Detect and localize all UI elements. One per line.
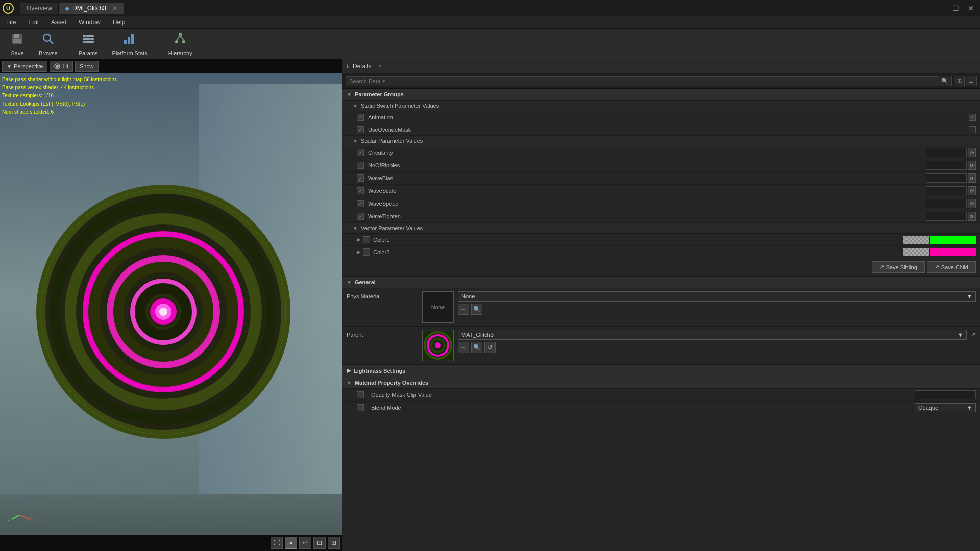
blend-mode-dropdown[interactable]: Opaque ▼ [915, 403, 976, 412]
wavebias-spin[interactable]: ⟳ [968, 173, 976, 183]
color1-expand[interactable]: ▶ [357, 237, 361, 242]
toolbar: Save Browse Params [0, 29, 980, 59]
opacity-mask-checkbox[interactable] [357, 391, 364, 398]
grid-view-icon[interactable]: ⊞ [954, 76, 965, 86]
wavebias-input[interactable]: 0.1 [926, 173, 967, 183]
tab-overview[interactable]: Overview [20, 3, 59, 14]
static-switch-section[interactable]: ▼ Static Switch Parameter Values [342, 101, 980, 111]
useoveridemask-checkbox[interactable]: ✓ [357, 126, 364, 133]
wavespeed-label: WaveSpeed [368, 201, 926, 207]
minimize-btn[interactable]: — [933, 1, 947, 15]
tab-dmi-glitch3[interactable]: ◆ DMI_Glitch3 ✕ [59, 3, 124, 14]
viewport-btn-5[interactable]: ⊞ [328, 537, 340, 549]
noofripples-input[interactable]: 3.0 [926, 161, 967, 170]
noofripples-spin[interactable]: ⟳ [968, 161, 976, 170]
search-input[interactable] [346, 76, 938, 86]
parent-search-btn[interactable]: 🔍 [471, 342, 482, 353]
wavetighten-spin[interactable]: ⟳ [968, 212, 976, 221]
params-icon [81, 32, 95, 49]
details-close-icon[interactable]: — [970, 63, 976, 69]
phys-arrow-btn[interactable]: ← [458, 304, 469, 315]
perspective-dropdown[interactable]: ▼ Perspective [2, 61, 47, 72]
phys-material-thumbnail: None [422, 291, 454, 323]
platform-stats-button[interactable]: Platform Stats [106, 30, 154, 58]
wavescale-spin[interactable]: ⟳ [968, 186, 976, 195]
color1-value[interactable] [903, 236, 976, 244]
parent-link-icon: ↗ [971, 331, 976, 338]
save-button[interactable]: Save [4, 30, 31, 58]
blend-mode-row: Blend Mode Opaque ▼ [342, 402, 980, 414]
animation-checkbox[interactable]: ✓ [357, 114, 364, 121]
circularity-spin[interactable]: ⟳ [968, 148, 976, 157]
browse-button[interactable]: Browse [33, 30, 64, 58]
info-line-5: Num shaders added: 6 [2, 108, 117, 116]
color2-expand[interactable]: ▶ [357, 249, 361, 255]
opacity-mask-input[interactable]: 0.3333 [915, 390, 976, 399]
scalar-section[interactable]: ▼ Scalar Parameter Values [342, 136, 980, 146]
viewport-info: Base pass shader without light map 56 in… [2, 76, 117, 116]
phys-search-btn[interactable]: 🔍 [471, 304, 482, 315]
parent-arrow-btn[interactable]: ← [458, 342, 469, 353]
params-button[interactable]: Params [72, 30, 104, 58]
viewport-btn-1[interactable]: ⛶ [271, 537, 283, 549]
param-color1: ▶ Color1 [342, 234, 980, 246]
parent-dropdown[interactable]: MAT_Glitch3 ▼ [458, 330, 967, 340]
wavetighten-input[interactable]: 5.0 [926, 212, 967, 221]
lit-dropdown[interactable]: Lit [50, 61, 73, 72]
param-circularity: ✓ Circularity 2.0 ⟳ [342, 146, 980, 159]
search-icon[interactable]: 🔍 [938, 76, 952, 86]
wavespeed-input[interactable]: 0.5 [926, 199, 967, 208]
tab-close-icon[interactable]: ✕ [112, 5, 117, 12]
svg-point-11 [89, 38, 91, 40]
useoveridemask-value-checkbox[interactable] [969, 126, 976, 133]
phys-material-controls: None ▼ ← 🔍 [458, 291, 976, 315]
wavescale-input[interactable]: 1.0 [926, 186, 967, 195]
lightmass-section[interactable]: ▶ Lightmass Settings [342, 365, 980, 377]
wavespeed-spin[interactable]: ⟳ [968, 199, 976, 208]
parameter-groups-section[interactable]: ▼ Parameter Groups [342, 89, 980, 101]
parent-label: Parent [347, 330, 418, 338]
general-section[interactable]: ▼ General [342, 277, 980, 288]
wavespeed-checkbox[interactable]: ✓ [357, 200, 364, 207]
viewport-btn-2[interactable]: ● [285, 537, 297, 549]
close-btn[interactable]: ✕ [964, 1, 978, 15]
menu-edit[interactable]: Edit [22, 18, 45, 27]
parent-reset-btn[interactable]: ↺ [484, 342, 496, 353]
menu-asset[interactable]: Asset [45, 18, 72, 27]
show-dropdown[interactable]: Show [75, 61, 99, 72]
wavetighten-checkbox[interactable]: ✓ [357, 213, 364, 220]
svg-line-6 [50, 40, 53, 44]
color2-value[interactable] [903, 248, 976, 256]
svg-point-24 [56, 65, 59, 68]
platform-stats-icon [122, 32, 137, 49]
save-child-button[interactable]: ↗ Save Child [927, 261, 976, 273]
parent-row: Parent MAT_Glitch3 ▼ ↗ [342, 327, 980, 365]
viewport-btn-3[interactable]: ↩ [299, 537, 311, 549]
vector-section[interactable]: ▼ Vector Parameter Values [342, 223, 980, 234]
list-view-icon[interactable]: ☰ [966, 76, 977, 86]
svg-text:Z: Z [18, 500, 20, 505]
circularity-input[interactable]: 2.0 [926, 148, 967, 157]
viewport: ▼ Perspective Lit Show Base pass shader … [0, 59, 342, 551]
info-line-3: Texture samplers: 1/16 [2, 92, 117, 100]
parent-dropdown-arrow: ▼ [958, 332, 963, 338]
menu-help[interactable]: Help [107, 18, 132, 27]
noofripples-checkbox[interactable] [357, 162, 364, 169]
general-arrow: ▼ [347, 280, 352, 285]
menu-window[interactable]: Window [72, 18, 107, 27]
circularity-checkbox[interactable]: ✓ [357, 149, 364, 156]
save-sibling-button[interactable]: ↗ Save Sibling [872, 261, 925, 273]
hierarchy-button[interactable]: Hierarchy [162, 30, 199, 58]
wavescale-checkbox[interactable]: ✓ [357, 187, 364, 194]
blend-mode-checkbox[interactable] [357, 404, 364, 411]
opacity-mask-row: Opacity Mask Clip Value 0.3333 [342, 389, 980, 402]
titlebar: U Overview ◆ DMI_Glitch3 ✕ — ☐ ✕ [0, 0, 980, 16]
phys-material-dropdown[interactable]: None ▼ [458, 291, 976, 302]
material-property-section[interactable]: ▼ Material Property Overrides [342, 377, 980, 389]
animation-value-checkbox[interactable]: ✓ [969, 114, 976, 121]
pg-label: Parameter Groups [355, 91, 404, 97]
menu-file[interactable]: File [0, 18, 22, 27]
maximize-btn[interactable]: ☐ [948, 1, 963, 15]
viewport-btn-4[interactable]: ⊡ [313, 537, 326, 549]
wavebias-checkbox[interactable]: ✓ [357, 174, 364, 182]
